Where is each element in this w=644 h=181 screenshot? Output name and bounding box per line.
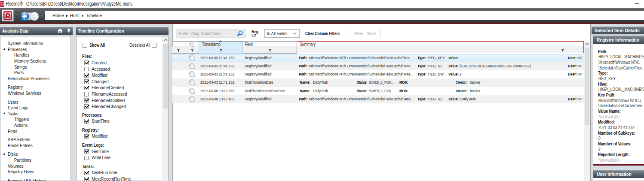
svg-text:R: R	[5, 12, 10, 20]
svg-text:R: R	[0, 2, 3, 6]
